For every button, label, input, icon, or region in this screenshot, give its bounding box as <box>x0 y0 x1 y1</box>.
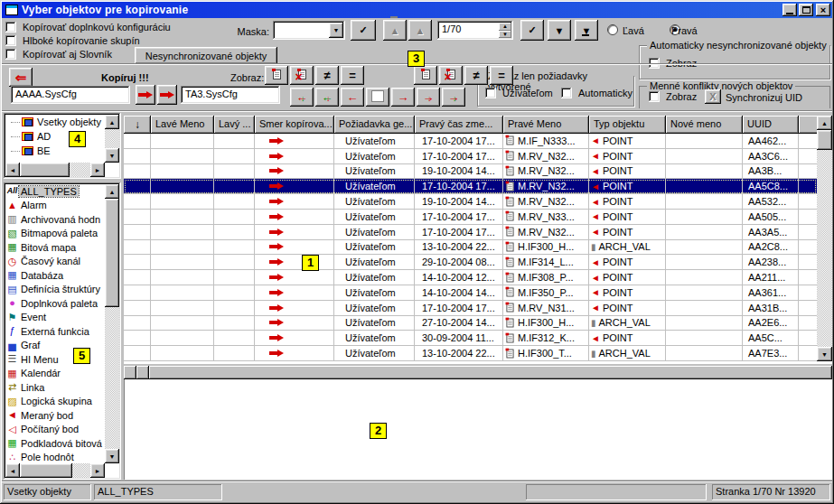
table-row[interactable]: Užívateľom14-10-2004 12...M.IF308_P...◄P… <box>124 270 817 285</box>
header-cell[interactable] <box>136 366 149 379</box>
scroll-left-button[interactable]: ◄ <box>5 463 20 478</box>
copy-left-button[interactable] <box>136 85 155 105</box>
requests-automatic-checkbox[interactable] <box>561 88 572 98</box>
spin-down-icon[interactable]: ▼ <box>499 31 511 39</box>
type-list-item[interactable]: ▧Bitmapová paleta <box>5 227 105 241</box>
list-vertical-scrollbar[interactable]: ▲ ▼ <box>105 184 119 463</box>
confirm-page-button[interactable]: ✓ <box>520 20 544 41</box>
header-cell[interactable] <box>124 366 136 379</box>
table-row[interactable]: Užívateľom17-10-2004 17...M.RV_N31...◄PO… <box>124 301 817 316</box>
list-horizontal-scrollbar[interactable]: ◄ ► <box>5 463 105 478</box>
type-list-item[interactable]: ⇄Linka <box>5 380 105 395</box>
tree-item[interactable]: AD <box>5 129 105 144</box>
type-list-item[interactable]: AllALL_TYPES <box>5 184 105 199</box>
table-row[interactable]: Užívateľom19-10-2004 14...M.RV_N32...◄PO… <box>124 194 817 210</box>
minimize-button[interactable] <box>782 4 797 16</box>
zobraz-filter-button[interactable] <box>414 66 437 85</box>
clear-conflicts-button[interactable]: X <box>705 89 721 104</box>
table-row[interactable]: Užívateľom17-10-2004 17...M.RV_N33...◄PO… <box>124 210 817 225</box>
type-list-item[interactable]: ◷Časový kanál <box>5 255 105 269</box>
type-list-item[interactable]: ⚑Event <box>5 311 105 325</box>
type-list-item[interactable]: ▥Archivovaná hodn <box>5 212 105 227</box>
column-header[interactable]: UUID <box>743 116 799 134</box>
zobraz-filter-button[interactable]: ≠ <box>315 66 339 85</box>
table-row[interactable]: Užívateľom30-09-2004 11...M.IF312_K...◄P… <box>124 331 817 346</box>
zobraz-filter-button[interactable] <box>265 66 288 85</box>
type-list-item[interactable]: ▦Podkladová bitová <box>5 436 105 451</box>
scroll-up-button[interactable]: ▲ <box>105 184 119 199</box>
type-list-item[interactable]: ◄Meraný bod <box>5 408 105 423</box>
type-list-item[interactable]: ◁Počítaný bod <box>5 423 105 437</box>
maska-combobox[interactable]: ▼ <box>273 21 345 40</box>
title-bar[interactable]: Vyber objektov pre kopirovanie × <box>2 2 832 18</box>
column-header[interactable]: Nové meno <box>666 116 743 134</box>
column-header[interactable]: ↓ <box>124 116 151 134</box>
zobraz-filter-button[interactable]: × <box>290 66 314 85</box>
table-row[interactable]: Užívateľom17-10-2004 17...M.IF_N333...◄P… <box>124 134 817 149</box>
copy-right-button[interactable] <box>157 85 177 105</box>
maximize-button[interactable] <box>799 4 813 16</box>
copy-additional-config-checkbox[interactable] <box>5 22 16 33</box>
type-list-item[interactable]: ƒExterná funkcia <box>5 324 105 339</box>
column-header[interactable]: Lavý ... <box>214 116 255 134</box>
scroll-right-button[interactable]: ► <box>90 463 105 478</box>
type-list-item[interactable]: ▤Definícia štruktúry <box>5 283 105 297</box>
type-list-item[interactable]: ●Doplnková paleta <box>5 296 105 311</box>
zobraz-direction-button[interactable]: ←↓ <box>290 88 314 107</box>
zobraz-direction-button[interactable]: ← <box>341 88 364 107</box>
scroll-down-button[interactable]: ▼ <box>105 148 119 163</box>
page-spinner[interactable]: 1/70 ▲▼ <box>437 21 513 40</box>
requests-by-user-checkbox[interactable] <box>485 88 496 98</box>
zobraz-filter-button[interactable]: = <box>341 66 364 85</box>
scrollbar-thumb[interactable] <box>105 199 119 307</box>
left-side-radio[interactable] <box>607 24 618 35</box>
scroll-up-button[interactable]: ▲ <box>817 116 832 130</box>
type-list-item[interactable]: ▦Databáza <box>5 268 105 283</box>
scroll-up-button[interactable]: ▲ <box>105 115 119 129</box>
right-config-field[interactable]: TA3.SysCfg <box>181 86 280 104</box>
type-list-item[interactable]: ▦Kalendár <box>5 367 105 381</box>
column-header[interactable]: Pravé Meno <box>503 116 589 134</box>
table-row[interactable]: Užívateľom17-10-2004 17...M.RV_N32...◄PO… <box>124 225 817 240</box>
nonsynchronized-objects-button[interactable]: Nesynchronizované objekty <box>135 47 277 64</box>
column-header[interactable]: Lavé Meno <box>151 116 214 134</box>
zobraz-direction-button[interactable] <box>366 88 389 107</box>
chevron-down-icon[interactable]: ▼ <box>329 23 343 38</box>
zobraz-direction-button[interactable]: → <box>391 88 415 107</box>
previous-page-button[interactable]: ▲ <box>408 20 432 41</box>
zobraz-direction-button[interactable]: →↓ <box>417 88 440 107</box>
zobraz-filter-button[interactable]: × <box>439 66 463 85</box>
spin-up-icon[interactable]: ▲ <box>499 23 511 31</box>
scrollbar-thumb[interactable] <box>817 130 832 150</box>
scroll-down-button[interactable]: ▼ <box>105 449 119 463</box>
column-header[interactable]: Pravý čas zme... <box>415 116 503 134</box>
column-header[interactable]: Typ objektu <box>589 116 666 134</box>
column-header[interactable]: Požiadavka ge... <box>334 116 415 134</box>
header-cell[interactable] <box>149 366 832 379</box>
type-list-item[interactable]: ▲Alarm <box>5 199 105 213</box>
table-row[interactable]: Užívateľom17-10-2004 17...M.RV_N32...◄PO… <box>124 179 817 194</box>
apply-mask-button[interactable]: ✓ <box>351 20 376 41</box>
table-row[interactable]: Užívateľom14-10-2004 14...M.IF350_P...◄P… <box>124 285 817 301</box>
left-config-field[interactable]: AAAA.SysCfg <box>11 86 130 104</box>
last-page-button[interactable]: ▼ <box>575 20 598 41</box>
table-row[interactable]: Užívateľom13-10-2004 22...H.IF300_H...▮A… <box>124 240 817 256</box>
close-button[interactable]: × <box>816 4 830 16</box>
table-row[interactable]: Užívateľom19-10-2004 14...M.RV_N32...◄PO… <box>124 164 817 180</box>
deep-group-copy-checkbox[interactable] <box>5 35 16 46</box>
tree-item[interactable]: BE <box>5 144 105 158</box>
synchronize-uid-label[interactable]: Synchronizuj UID <box>726 92 802 103</box>
table-row[interactable]: Užívateľom17-10-2004 17...M.RV_N32...◄PO… <box>124 149 817 164</box>
conflicts-show-checkbox[interactable] <box>649 91 660 102</box>
scrollbar-thumb[interactable] <box>20 163 70 177</box>
column-header[interactable]: Smer kopírova... <box>255 116 334 134</box>
copy-back-button[interactable]: ⇐ <box>9 68 33 87</box>
tree-horizontal-scrollbar[interactable]: ◄ ► <box>5 163 105 177</box>
scroll-down-button[interactable]: ▼ <box>817 347 832 361</box>
next-page-button[interactable]: ▼ <box>548 20 571 41</box>
zobraz-direction-button[interactable]: →↓ <box>442 88 465 107</box>
type-list-item[interactable]: ▨Logická skupina <box>5 395 105 409</box>
table-vertical-scrollbar[interactable]: ▲ ▼ <box>817 116 832 361</box>
zobraz-filter-button[interactable]: ≠ <box>464 66 488 85</box>
tree-vertical-scrollbar[interactable]: ▲ ▼ <box>105 115 119 163</box>
